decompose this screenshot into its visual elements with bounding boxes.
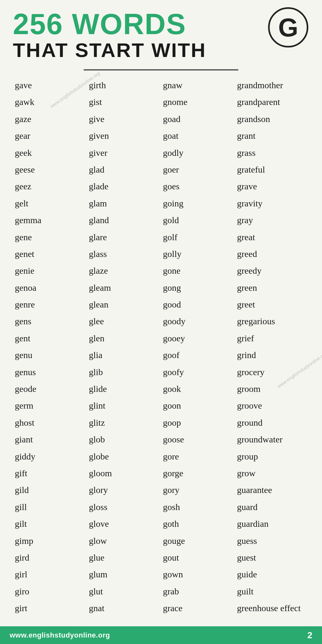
word-cell: grandson	[235, 111, 309, 128]
word-cell: goon	[161, 397, 235, 414]
word-cell: gosh	[161, 499, 235, 516]
word-cell: grocery	[235, 364, 309, 381]
word-cell: going	[161, 195, 235, 212]
word-cell: grandparent	[235, 94, 309, 110]
word-grid: gavegirthgnawgrandmothergawkgistgnomegra…	[0, 74, 322, 623]
word-cell: giant	[13, 431, 87, 448]
word-cell: genre	[13, 296, 87, 313]
footer-page: 2	[307, 630, 312, 640]
word-cell: glow	[87, 533, 161, 549]
word-cell: gleam	[87, 279, 161, 296]
word-cell: goose	[161, 431, 235, 448]
word-cell: genie	[13, 262, 87, 279]
word-cell: glory	[87, 482, 161, 498]
word-cell: goat	[161, 128, 235, 144]
word-cell: gaze	[13, 111, 87, 128]
word-cell: goof	[161, 347, 235, 364]
word-cell: glitz	[87, 414, 161, 431]
word-cell: gold	[161, 212, 235, 229]
word-cell: gout	[161, 549, 235, 566]
word-cell: geode	[13, 381, 87, 397]
word-cell: gird	[13, 549, 87, 566]
word-cell: glare	[87, 229, 161, 246]
word-cell: group	[235, 448, 309, 465]
word-cell: gilt	[13, 516, 87, 532]
word-cell: grab	[161, 583, 235, 600]
word-cell: gens	[13, 313, 87, 330]
word-cell: gemma	[13, 212, 87, 229]
word-cell: girt	[13, 600, 87, 617]
word-cell: geek	[13, 145, 87, 161]
word-cell: guide	[235, 566, 309, 583]
word-cell: glint	[87, 397, 161, 414]
word-cell: grace	[161, 600, 235, 617]
word-cell: guilt	[235, 583, 309, 600]
word-cell: girl	[13, 566, 87, 583]
word-cell: groom	[235, 381, 309, 397]
word-cell: greenhouse effect	[235, 600, 309, 617]
title-line1: 256 WORDS	[13, 8, 186, 40]
word-cell: gill	[13, 499, 87, 516]
word-cell: geese	[13, 161, 87, 178]
word-cell: goofy	[161, 364, 235, 381]
word-cell: gloom	[87, 465, 161, 482]
word-cell: grant	[235, 128, 309, 144]
word-cell: green	[235, 279, 309, 296]
word-cell: gawk	[13, 94, 87, 110]
word-cell: grateful	[235, 161, 309, 178]
word-cell: gravity	[235, 195, 309, 212]
word-cell: good	[161, 296, 235, 313]
word-cell: goody	[161, 313, 235, 330]
word-cell: grave	[235, 178, 309, 195]
word-cell: glide	[87, 381, 161, 397]
word-cell: guest	[235, 549, 309, 566]
word-cell: gnome	[161, 94, 235, 110]
word-cell: give	[87, 111, 161, 128]
word-cell: greedy	[235, 262, 309, 279]
word-cell: goop	[161, 414, 235, 431]
word-cell: glaze	[87, 262, 161, 279]
word-cell: gook	[161, 381, 235, 397]
word-cell: gland	[87, 212, 161, 229]
word-cell: gooey	[161, 330, 235, 347]
word-cell: globe	[87, 448, 161, 465]
svg-text:G: G	[278, 13, 298, 42]
word-cell: goad	[161, 111, 235, 128]
word-cell: gouge	[161, 533, 235, 549]
divider	[84, 69, 238, 71]
word-cell: glum	[87, 566, 161, 583]
word-cell: germ	[13, 397, 87, 414]
word-cell: goth	[161, 516, 235, 532]
header: 256 WORDS THAT START WITH G	[0, 0, 322, 63]
word-cell: gist	[87, 94, 161, 110]
word-cell: grow	[235, 465, 309, 482]
word-cell: gimp	[13, 533, 87, 549]
subtitle: THAT START WITH	[13, 40, 309, 60]
word-cell: greet	[235, 296, 309, 313]
word-cell: glia	[87, 347, 161, 364]
letter-g-icon: G	[267, 6, 309, 48]
word-cell: genet	[13, 246, 87, 262]
word-cell: glut	[87, 583, 161, 600]
footer: www.englishstudyonline.org 2	[0, 626, 322, 644]
word-cell: genus	[13, 364, 87, 381]
word-cell: golly	[161, 246, 235, 262]
word-cell: gear	[13, 128, 87, 144]
word-cell: geez	[13, 178, 87, 195]
word-cell: goer	[161, 161, 235, 178]
word-cell: glade	[87, 178, 161, 195]
word-cell: godly	[161, 145, 235, 161]
word-cell: gelt	[13, 195, 87, 212]
word-cell: gnat	[87, 600, 161, 617]
word-cell: gregarious	[235, 313, 309, 330]
word-cell: groundwater	[235, 431, 309, 448]
word-cell: giddy	[13, 448, 87, 465]
word-cell: grass	[235, 145, 309, 161]
word-cell: glam	[87, 195, 161, 212]
word-cell: gray	[235, 212, 309, 229]
footer-url: www.englishstudyonline.org	[10, 631, 110, 639]
word-cell: gave	[13, 77, 87, 94]
word-cell: glen	[87, 330, 161, 347]
word-cell: ground	[235, 414, 309, 431]
word-cell: golf	[161, 229, 235, 246]
